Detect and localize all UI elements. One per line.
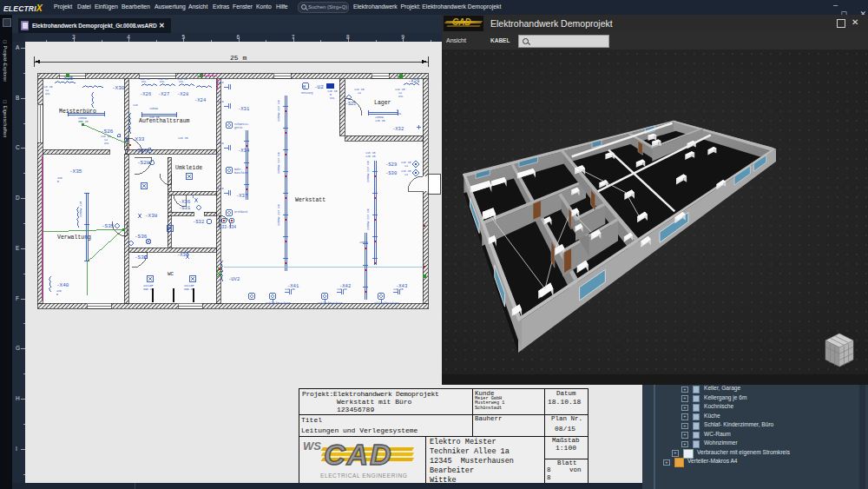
svg-text:14: 14 <box>404 173 408 176</box>
svg-text:-X40: -X40 <box>56 282 69 288</box>
svg-text:-X37: -X37 <box>236 193 247 199</box>
svg-text:4x16: 4x16 <box>217 81 224 84</box>
svg-text:B: B <box>217 110 219 114</box>
svg-text:-S35: -S35 <box>102 223 115 229</box>
svg-text:-S31: -S31 <box>179 205 191 211</box>
svg-text:Lager: Lager <box>374 100 391 106</box>
svg-text:220 cm: 220 cm <box>327 89 338 93</box>
svg-text:-X27: -X27 <box>158 91 169 97</box>
svg-text:-S25: -S25 <box>345 102 356 107</box>
svg-text:-X38: -X38 <box>145 213 158 219</box>
svg-text:118 cm: 118 cm <box>285 287 295 291</box>
svg-text:-U2: -U2 <box>314 84 324 90</box>
svg-text:25 m: 25 m <box>230 54 247 62</box>
svg-text:-X24: -X24 <box>194 97 207 103</box>
svg-text:-S27: -S27 <box>135 148 148 154</box>
svg-text:14: 14 <box>404 164 408 168</box>
svg-text:-X36: -X36 <box>179 199 190 205</box>
svg-text:B: B <box>57 180 59 183</box>
svg-text:-X26: -X26 <box>140 91 151 97</box>
svg-text:-X32: -X32 <box>392 126 404 132</box>
svg-text:4x16: 4x16 <box>217 100 224 103</box>
svg-text:-X34: -X34 <box>238 148 250 154</box>
svg-text:220 cm: 220 cm <box>375 119 385 122</box>
svg-text:2x58W 220 cm: 2x58W 220 cm <box>277 153 280 174</box>
svg-text:-X35: -X35 <box>69 169 82 175</box>
svg-text:Meisterbüro: Meisterbüro <box>59 109 96 115</box>
svg-text:B: B <box>217 197 219 201</box>
svg-text:300 cm: 300 cm <box>78 120 89 123</box>
svg-text:B: B <box>56 293 58 296</box>
svg-text:UVL: UVL <box>104 142 109 145</box>
svg-text:118 cm: 118 cm <box>337 287 347 291</box>
svg-text:118 cm: 118 cm <box>178 136 188 140</box>
svg-text:4x16: 4x16 <box>217 142 224 145</box>
svg-text:-X31: -X31 <box>238 106 250 112</box>
svg-text:M: M <box>303 85 306 90</box>
svg-text:Werkstatt: Werkstatt <box>295 197 326 203</box>
svg-text:2x58W 118: 2x58W 118 <box>79 202 82 217</box>
svg-text:UVL: UVL <box>141 80 147 83</box>
svg-text:UVL: UVL <box>179 80 184 83</box>
svg-text:2x58W 220 cm: 2x58W 220 cm <box>366 209 370 230</box>
svg-text:UVL: UVL <box>398 95 404 98</box>
svg-text:2x58W: 2x58W <box>149 107 158 110</box>
svg-text:UVL: UVL <box>160 80 165 83</box>
svg-text:2x58W 220 cm: 2x58W 220 cm <box>277 205 280 226</box>
svg-text:14: 14 <box>358 91 361 95</box>
svg-text:896 cm: 896 cm <box>184 287 194 291</box>
svg-text:-UV2: -UV2 <box>228 276 240 282</box>
svg-text:B: B <box>217 152 219 155</box>
svg-text:gerät: gerät <box>234 126 243 129</box>
svg-text:-X33: -X33 <box>132 136 145 142</box>
svg-text:UVL: UVL <box>45 92 50 96</box>
svg-text:B: B <box>217 91 219 95</box>
svg-text:Schleifmaschine: Schleifmaschine <box>266 301 291 305</box>
svg-text:-S32: -S32 <box>193 219 204 225</box>
svg-text:4x16: 4x16 <box>217 187 224 190</box>
svg-text:maschine: maschine <box>234 171 247 175</box>
svg-text:-S29: -S29 <box>385 162 397 168</box>
svg-text:Messung: Messung <box>301 91 312 95</box>
svg-text:Aufenthaltsraum: Aufenthaltsraum <box>139 118 190 124</box>
svg-text:Umkleide: Umkleide <box>175 165 202 171</box>
svg-text:UVL: UVL <box>397 112 402 116</box>
svg-text:220 cm: 220 cm <box>365 155 376 158</box>
svg-text:-X28: -X28 <box>177 91 188 97</box>
svg-text:-S33-S34: -S33-S34 <box>217 225 236 229</box>
svg-text:Drehbank: Drehbank <box>234 210 247 214</box>
svg-text:Schleifmaschine: Schleifmaschine <box>374 301 399 305</box>
svg-text:-S26: -S26 <box>101 129 114 135</box>
svg-text:2x58W 220 cm: 2x58W 220 cm <box>366 162 370 182</box>
svg-text:-S28: -S28 <box>137 160 150 166</box>
svg-text:-X30: -X30 <box>112 85 125 91</box>
svg-text:2x58W: 2x58W <box>359 241 368 244</box>
svg-text:896 cm: 896 cm <box>143 287 154 291</box>
svg-text:-S36: -S36 <box>135 234 148 240</box>
svg-text:-S30: -S30 <box>385 170 397 176</box>
svg-text:Schleifmaschine: Schleifmaschine <box>318 301 343 305</box>
svg-text:-X29: -X29 <box>408 78 419 84</box>
svg-text:2x58W 220 cm: 2x58W 220 cm <box>277 101 280 122</box>
svg-text:118 cm: 118 cm <box>149 116 160 119</box>
svg-text:WC: WC <box>168 271 174 277</box>
svg-text:118 cm: 118 cm <box>393 287 404 291</box>
svg-text:118: 118 <box>133 103 138 107</box>
svg-text:UVL: UVL <box>330 96 335 100</box>
